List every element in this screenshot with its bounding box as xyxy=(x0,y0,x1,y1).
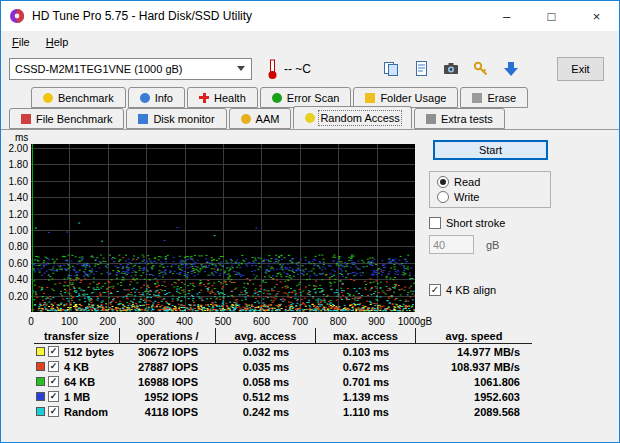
max-cell: 0.672 ms xyxy=(316,361,416,373)
series-color-swatch xyxy=(36,392,45,401)
chevron-down-icon xyxy=(233,61,249,77)
maximize-button[interactable]: □ xyxy=(529,1,574,31)
temperature-readout: -- ~C xyxy=(284,62,326,76)
series-color-swatch xyxy=(36,377,45,386)
health-icon xyxy=(199,93,209,103)
speed-cell: 2089.568 xyxy=(416,406,532,418)
y-axis: 2.001.801.601.401.201.000.800.600.400.20 xyxy=(1,130,29,330)
tab-random-access[interactable]: Random Access xyxy=(293,106,411,129)
short-stroke-checkbox[interactable] xyxy=(429,217,441,229)
random-access-icon xyxy=(305,113,315,123)
app-icon xyxy=(9,8,25,24)
transfer-size-label: 64 KB xyxy=(64,376,95,388)
tab-label: AAM xyxy=(256,113,280,125)
ops-cell: 27887 IOPS xyxy=(120,361,216,373)
series-checkbox[interactable]: ✓ xyxy=(48,376,59,387)
tab-label: Erase xyxy=(487,92,516,104)
results-header-cell: transfer size xyxy=(34,328,120,343)
camera-button[interactable] xyxy=(438,57,463,80)
y-tick-label: 0.20 xyxy=(9,291,28,302)
tab-label: Disk monitor xyxy=(153,113,214,125)
menubar: FileHelp xyxy=(1,31,619,52)
y-tick-label: 1.00 xyxy=(9,225,28,236)
results-body: ✓512 bytes30672 IOPS0.032 ms0.103 ms14.9… xyxy=(34,344,532,419)
y-tick-label: 0.80 xyxy=(9,241,28,252)
tab-extra-tests[interactable]: Extra tests xyxy=(414,108,505,129)
copy-icon xyxy=(382,60,400,78)
speed-cell: 14.977 MB/s xyxy=(416,346,532,358)
write-label: Write xyxy=(454,191,479,203)
read-radio[interactable] xyxy=(437,176,449,188)
kb-align-checkbox[interactable]: ✓ xyxy=(429,284,441,296)
start-button[interactable]: Start xyxy=(433,140,548,160)
window-controls: – □ × xyxy=(484,1,619,31)
avg-cell: 0.035 ms xyxy=(216,361,316,373)
disk-monitor-icon xyxy=(138,114,148,124)
tab-erase[interactable]: Erase xyxy=(460,87,528,108)
window-title: HD Tune Pro 5.75 - Hard Disk/SSD Utility xyxy=(32,9,252,23)
tab-label: Info xyxy=(155,92,173,104)
menu-file[interactable]: File xyxy=(4,33,38,51)
exit-button[interactable]: Exit xyxy=(557,57,604,81)
file-benchmark-icon xyxy=(21,114,31,124)
x-tick-label: 1000gB xyxy=(398,316,432,327)
x-tick-label: 100 xyxy=(61,316,78,327)
drive-select[interactable]: CSSD-M2M1TEG1VNE (1000 gB) xyxy=(9,58,252,80)
tab-folder-usage[interactable]: Folder Usage xyxy=(353,87,458,108)
short-stroke-size-input[interactable] xyxy=(429,235,474,254)
camera-icon xyxy=(442,60,460,78)
tab-disk-monitor[interactable]: Disk monitor xyxy=(126,108,226,129)
transfer-size-cell: ✓Random xyxy=(34,406,120,418)
write-option[interactable]: Write xyxy=(437,191,543,203)
transfer-size-cell: ✓4 KB xyxy=(34,361,120,373)
speed-cell: 1952.603 xyxy=(416,391,532,403)
series-checkbox[interactable]: ✓ xyxy=(48,346,59,357)
menu-help[interactable]: Help xyxy=(38,33,77,51)
keys-button[interactable] xyxy=(468,57,493,80)
save-button[interactable] xyxy=(498,57,523,80)
tab-info[interactable]: Info xyxy=(128,87,185,108)
close-button[interactable]: × xyxy=(574,1,619,31)
tab-label: Folder Usage xyxy=(380,92,446,104)
ops-cell: 16988 IOPS xyxy=(120,376,216,388)
x-tick-label: 700 xyxy=(291,316,308,327)
y-tick-label: 0.40 xyxy=(9,274,28,285)
series-checkbox[interactable]: ✓ xyxy=(48,361,59,372)
tab-label: Error Scan xyxy=(287,92,340,104)
tab-benchmark[interactable]: Benchmark xyxy=(31,87,126,108)
copy-button[interactable] xyxy=(378,57,403,80)
x-tick-label: 400 xyxy=(176,316,193,327)
read-write-group: Read Write xyxy=(429,171,551,208)
info-icon xyxy=(140,93,150,103)
tab-file-benchmark[interactable]: File Benchmark xyxy=(9,108,124,129)
short-stroke-unit-label: gB xyxy=(486,239,499,251)
random-access-panel: ms 2.001.801.601.401.201.000.800.600.400… xyxy=(1,129,619,442)
max-cell: 1.110 ms xyxy=(316,406,416,418)
tab-label: Benchmark xyxy=(58,92,114,104)
table-row: ✓64 KB16988 IOPS0.058 ms0.701 ms1061.806 xyxy=(34,374,532,389)
avg-cell: 0.032 ms xyxy=(216,346,316,358)
x-tick-label: 600 xyxy=(253,316,270,327)
read-label: Read xyxy=(454,176,480,188)
transfer-size-cell: ✓512 bytes xyxy=(34,346,120,358)
read-option[interactable]: Read xyxy=(437,176,543,188)
transfer-size-label: 4 KB xyxy=(64,361,89,373)
write-radio[interactable] xyxy=(437,191,449,203)
report-icon xyxy=(412,60,430,78)
keys-icon xyxy=(472,60,490,78)
results-header-cell: max. access xyxy=(316,328,416,343)
x-tick-label: 900 xyxy=(368,316,385,327)
minimize-button[interactable]: – xyxy=(484,1,529,31)
report-button[interactable] xyxy=(408,57,433,80)
series-checkbox[interactable]: ✓ xyxy=(48,391,59,402)
series-color-swatch xyxy=(36,347,45,356)
series-checkbox[interactable]: ✓ xyxy=(48,406,59,417)
tab-aam[interactable]: AAM xyxy=(229,108,292,129)
results-table: transfer sizeoperations /avg. accessmax.… xyxy=(34,328,532,419)
tab-label: Random Access xyxy=(320,112,399,124)
kb-align-option[interactable]: ✓ 4 KB align xyxy=(429,284,591,296)
tab-health[interactable]: Health xyxy=(187,87,258,108)
short-stroke-option[interactable]: Short stroke xyxy=(429,217,591,229)
tab-row-2: File BenchmarkDisk monitorAAMRandom Acce… xyxy=(1,108,619,129)
tab-error-scan[interactable]: Error Scan xyxy=(260,87,352,108)
